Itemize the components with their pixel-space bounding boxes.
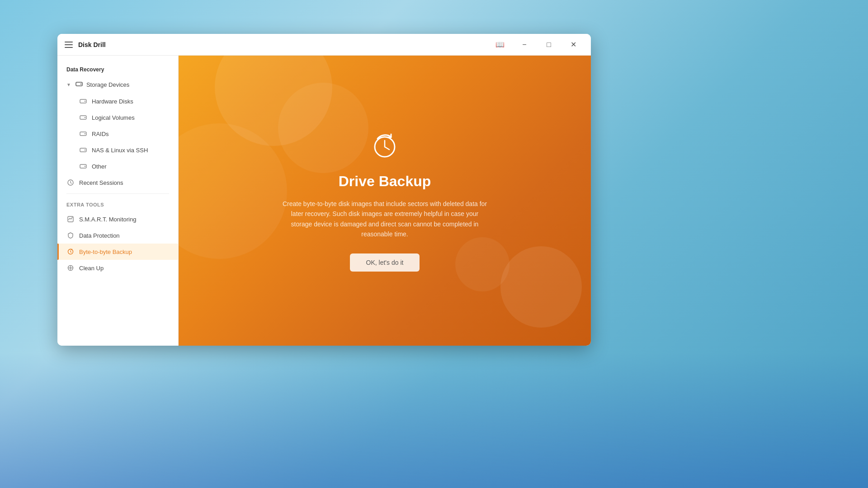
- title-bar-right: 📖 − □ ✕: [490, 38, 584, 52]
- data-protection-icon: [66, 231, 75, 239]
- title-bar-left: Disk Drill: [65, 41, 490, 48]
- sidebar-item-smart-monitoring[interactable]: S.M.A.R.T. Monitoring: [57, 211, 178, 227]
- sidebar-item-recent-sessions[interactable]: Recent Sessions: [57, 174, 178, 191]
- raids-label: RAIDs: [92, 131, 109, 137]
- clean-up-label: Clean Up: [79, 265, 104, 272]
- smart-monitoring-label: S.M.A.R.T. Monitoring: [79, 216, 136, 223]
- sidebar-item-storage-devices[interactable]: ▼ Storage Devices: [57, 76, 178, 93]
- drive-backup-title: Drive Backup: [281, 173, 489, 190]
- drive-backup-description: Create byte-to-byte disk images that inc…: [281, 199, 489, 239]
- sidebar-item-clean-up[interactable]: Clean Up: [57, 260, 178, 276]
- svg-point-1: [80, 84, 81, 84]
- clean-up-icon: [66, 264, 75, 272]
- nas-linux-icon: [79, 146, 87, 154]
- other-label: Other: [92, 163, 107, 170]
- byte-backup-icon: [66, 248, 75, 256]
- section-extra-tools: Extra Tools: [57, 197, 178, 211]
- sidebar-item-hardware-disks[interactable]: Hardware Disks: [57, 93, 178, 109]
- recent-sessions-label: Recent Sessions: [79, 179, 123, 186]
- main-content: Drive Backup Create byte-to-byte disk im…: [179, 56, 591, 346]
- data-protection-label: Data Protection: [79, 232, 120, 239]
- logical-volumes-icon: [79, 113, 87, 122]
- raids-icon: [79, 130, 87, 138]
- recent-sessions-icon: [66, 178, 75, 187]
- sidebar-item-other[interactable]: Other: [57, 158, 178, 174]
- help-button[interactable]: 📖: [490, 38, 510, 52]
- svg-point-5: [85, 117, 85, 118]
- maximize-icon: □: [547, 41, 551, 49]
- storage-devices-label: Storage Devices: [86, 81, 129, 88]
- maximize-button[interactable]: □: [538, 38, 559, 52]
- drive-backup-icon: [368, 130, 401, 162]
- content-card: Drive Backup Create byte-to-byte disk im…: [272, 121, 498, 281]
- sidebar-item-nas-linux[interactable]: NAS & Linux via SSH: [57, 142, 178, 158]
- sidebar-item-logical-volumes[interactable]: Logical Volumes: [57, 109, 178, 126]
- deco-circle-3: [500, 246, 582, 328]
- close-button[interactable]: ✕: [563, 38, 584, 52]
- collapse-arrow-icon: ▼: [66, 82, 71, 87]
- sidebar: Data Recovery ▼ Storage Devices: [57, 56, 179, 346]
- sidebar-item-byte-backup[interactable]: Byte-to-byte Backup: [57, 244, 178, 260]
- sidebar-divider: [66, 193, 169, 194]
- svg-point-11: [85, 166, 85, 167]
- byte-backup-label: Byte-to-byte Backup: [79, 249, 132, 255]
- svg-point-3: [85, 101, 85, 102]
- menu-button[interactable]: [65, 42, 73, 48]
- section-data-recovery: Data Recovery: [57, 63, 178, 76]
- sidebar-item-raids[interactable]: RAIDs: [57, 126, 178, 142]
- app-title: Disk Drill: [78, 41, 106, 48]
- ok-button[interactable]: OK, let's do it: [350, 253, 420, 272]
- title-bar: Disk Drill 📖 − □ ✕: [57, 34, 591, 56]
- hardware-disks-icon: [79, 97, 87, 105]
- svg-point-7: [85, 133, 85, 134]
- minimize-icon: −: [522, 41, 526, 49]
- storage-devices-icon: [75, 80, 83, 89]
- nas-linux-label: NAS & Linux via SSH: [92, 147, 148, 154]
- minimize-button[interactable]: −: [514, 38, 535, 52]
- app-window: Disk Drill 📖 − □ ✕ Data Recovery ▼: [57, 34, 591, 346]
- hardware-disks-label: Hardware Disks: [92, 98, 133, 105]
- window-body: Data Recovery ▼ Storage Devices: [57, 56, 591, 346]
- svg-point-9: [85, 150, 85, 150]
- svg-line-20: [385, 147, 389, 150]
- close-icon: ✕: [571, 40, 576, 49]
- smart-monitoring-icon: [66, 215, 75, 223]
- other-icon: [79, 162, 87, 170]
- sidebar-item-data-protection[interactable]: Data Protection: [57, 227, 178, 244]
- logical-volumes-label: Logical Volumes: [92, 114, 135, 121]
- book-icon: 📖: [495, 40, 505, 49]
